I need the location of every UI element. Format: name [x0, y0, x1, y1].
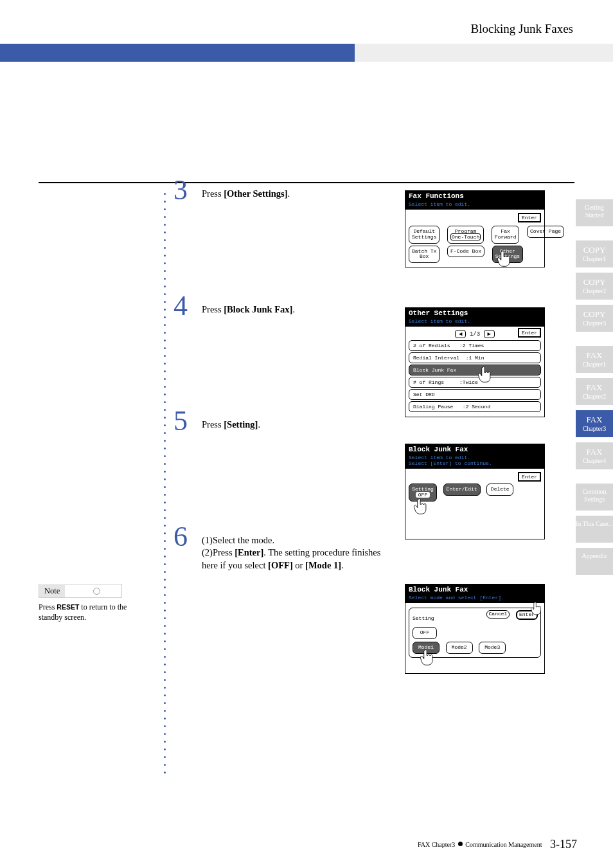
list-item[interactable]: Redial Interval :1 Min: [409, 352, 541, 363]
enter-button[interactable]: Enter: [518, 472, 541, 482]
side-tabs: Getting Started COPYChapter1 COPYChapter…: [576, 199, 613, 580]
list-item[interactable]: Set DRD: [409, 389, 541, 400]
step-number: 4: [173, 289, 188, 322]
top-band: [0, 44, 613, 62]
note-label: Note: [39, 585, 65, 597]
list-item[interactable]: Dialing Pause :2 Second: [409, 401, 541, 412]
enter-edit-button[interactable]: Enter/Edit: [443, 484, 481, 496]
screen-subtitle: Select mode and select [Enter].: [405, 595, 545, 603]
tab-fax-ch3[interactable]: FAXChapter3: [576, 410, 613, 437]
step-text: Press [Setting].: [202, 419, 396, 431]
prev-page-button[interactable]: ◀: [455, 330, 466, 338]
screen-subtitle-2: Select [Enter] to continue.: [405, 460, 545, 469]
screen-title: Block Junk Fax: [405, 584, 545, 595]
program-one-touch-button[interactable]: ProgramOne-Touch: [447, 226, 484, 244]
tab-appendix[interactable]: Appendix: [576, 548, 613, 575]
screen-subtitle: Select item to edit.: [405, 318, 545, 327]
setting-label: Setting: [413, 615, 434, 621]
screen-fax-functions: Fax Functions Select item to edit. Enter…: [405, 190, 545, 267]
tab-copy-ch3[interactable]: COPYChapter3: [576, 305, 613, 332]
screen-block-junk-fax-setting: Block Junk Fax Select item to edit. Sele…: [405, 444, 545, 539]
hand-pointer-icon: [495, 249, 513, 267]
next-page-button[interactable]: ▶: [484, 330, 495, 338]
step-text: (1)Select the mode. (2)Press [Enter]. Th…: [202, 534, 396, 572]
default-settings-button[interactable]: DefaultSettings: [409, 226, 440, 244]
mode3-button[interactable]: Mode3: [479, 642, 506, 654]
hand-pointer-icon: [529, 601, 544, 615]
screen-title: Other Settings: [405, 307, 545, 318]
screen-title: Block Junk Fax: [405, 444, 545, 455]
enter-button[interactable]: Enter: [518, 213, 541, 222]
step-4: 4 Press [Block Junk Fax].: [164, 303, 396, 316]
note-box: Note Press RESET to return to the standb…: [39, 584, 151, 622]
hand-pointer-icon: [476, 365, 494, 383]
fax-forward-button[interactable]: FaxForward: [492, 226, 520, 244]
list-item[interactable]: # of Rings :Twice: [409, 377, 541, 388]
tab-in-this-case[interactable]: In This Case...: [576, 516, 613, 543]
note-text: Press RESET to return to the standby scr…: [39, 602, 151, 622]
tab-fax-ch2[interactable]: FAXChapter2: [576, 378, 613, 405]
hand-pointer-icon: [412, 497, 430, 515]
footer: FAX Chapter3 Communication Management 3-…: [418, 838, 577, 851]
page-number: 3-157: [550, 838, 577, 851]
list-item[interactable]: # of Redials :2 Times: [409, 340, 541, 351]
divider: [39, 182, 574, 183]
off-button[interactable]: OFF: [413, 627, 437, 639]
screen-other-settings: Other Settings Select item to edit. ◀ 1/…: [405, 307, 545, 417]
tab-fax-ch4[interactable]: FAXChapter4: [576, 442, 613, 469]
step-number: 5: [173, 404, 188, 437]
pager: ◀ 1/3 ▶ Enter: [409, 330, 541, 338]
cancel-button[interactable]: Cancel: [486, 610, 510, 619]
screen-block-junk-fax-mode: Block Junk Fax Select mode and select [E…: [405, 584, 545, 674]
step-text: Press [Other Settings].: [202, 188, 396, 201]
tab-getting-started[interactable]: Getting Started: [576, 199, 613, 226]
screen-title: Fax Functions: [405, 190, 545, 201]
footer-section: FAX Chapter3: [418, 841, 455, 848]
tab-fax-ch1[interactable]: FAXChapter1: [576, 346, 613, 373]
step-5: 5 Press [Setting].: [164, 419, 396, 431]
f-code-box-button[interactable]: F-Code Box: [447, 246, 484, 258]
mode2-button[interactable]: Mode2: [446, 642, 473, 654]
delete-button[interactable]: Delete: [486, 484, 513, 496]
page-indicator: 1/3: [470, 331, 480, 338]
step-3: 3 Press [Other Settings].: [164, 188, 396, 201]
footer-chapter: Communication Management: [465, 841, 542, 848]
tab-copy-ch2[interactable]: COPYChapter2: [576, 273, 613, 300]
step-text: Press [Block Junk Fax].: [202, 303, 396, 316]
step-number: 3: [173, 174, 188, 206]
hand-pointer-icon: [418, 648, 436, 666]
screen-subtitle: Select item to edit.: [405, 455, 545, 460]
cover-page-button[interactable]: Cover Page: [527, 226, 564, 238]
batch-tx-box-button[interactable]: Batch TxBox: [409, 246, 440, 264]
tab-common-settings[interactable]: Common Settings: [576, 484, 613, 511]
enter-button[interactable]: Enter: [518, 328, 541, 338]
step-number: 6: [173, 520, 188, 553]
block-junk-fax-item[interactable]: Block Junk Fax: [409, 365, 541, 375]
tab-copy-ch1[interactable]: COPYChapter1: [576, 240, 613, 267]
bullet-icon: [458, 842, 463, 846]
step-6: 6 (1)Select the mode. (2)Press [Enter]. …: [164, 534, 396, 572]
header-title: Blocking Junk Faxes: [471, 22, 573, 36]
note-icon: [93, 588, 100, 595]
screen-subtitle: Select item to edit.: [405, 201, 545, 210]
